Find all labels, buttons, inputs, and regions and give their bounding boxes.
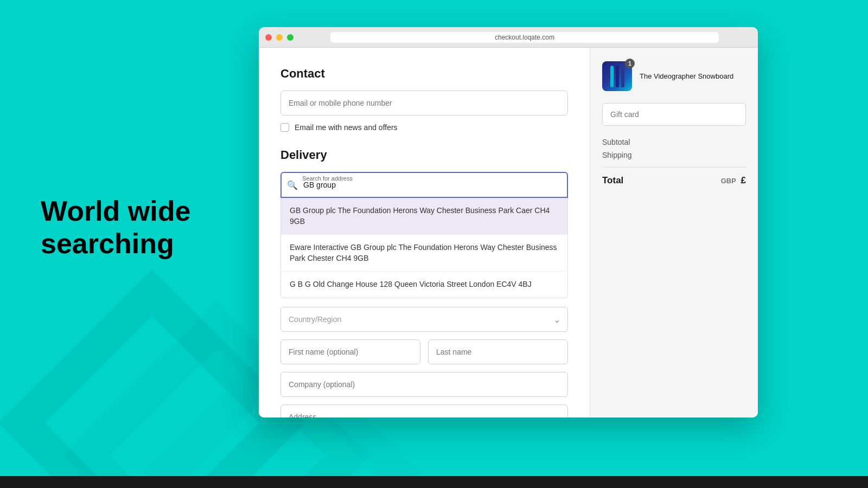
delivery-title: Delivery [280,148,568,162]
email-phone-input[interactable] [280,91,568,115]
shipping-label: Shipping [602,151,632,159]
delivery-section: Delivery 🔍 Search for address GB Group p… [280,148,568,418]
browser-minimize-dot[interactable] [276,34,283,41]
product-quantity-badge: 1 [625,59,635,68]
browser-maximize-dot[interactable] [287,34,293,41]
last-name-input[interactable] [428,339,568,364]
newsletter-label: Email me with news and offers [295,123,398,132]
bottom-bar [0,476,868,488]
dropdown-result-3[interactable]: G B G Old Change House 128 Queen Victori… [281,272,567,298]
address-dropdown: GB Group plc The Foundation Herons Way C… [280,198,568,298]
total-label: Total [602,175,623,186]
address-input[interactable] [280,404,568,418]
hero-line1: World wide [41,195,190,227]
address-search-input[interactable] [280,172,568,198]
total-currency: GBP [721,177,736,185]
dropdown-result-1[interactable]: GB Group plc The Foundation Herons Way C… [281,198,567,235]
checkout-sidebar: 1 The Videographer Snowboard Subtotal Sh… [590,48,758,418]
checkout-main: Contact Email me with news and offers De… [259,48,590,418]
subtotal-row: Subtotal [602,138,746,146]
browser-toolbar: checkout.loqate.com [259,27,758,48]
browser-close-dot[interactable] [265,34,272,41]
newsletter-checkbox[interactable] [280,123,289,132]
name-fields-row [280,339,568,364]
subtotal-label: Subtotal [602,138,630,146]
product-row: 1 The Videographer Snowboard [602,61,746,91]
snowboard-line-3 [621,66,624,87]
browser-content: Contact Email me with news and offers De… [259,48,758,418]
browser-window: checkout.loqate.com Contact Email me wit… [259,27,758,418]
first-name-input[interactable] [280,339,420,364]
browser-url-bar[interactable]: checkout.loqate.com [330,32,719,43]
shipping-row: Shipping [602,151,746,159]
newsletter-row: Email me with news and offers [280,123,568,132]
contact-section: Contact Email me with news and offers [280,67,568,132]
product-name: The Videographer Snowboard [640,72,746,80]
total-symbol: £ [741,175,746,185]
hero-text: World wide searching [41,195,190,260]
company-input[interactable] [280,372,568,397]
product-image-wrap: 1 [602,61,632,91]
search-icon: 🔍 [287,180,298,190]
address-search-wrapper: 🔍 Search for address [280,172,568,198]
total-value: GBP £ [721,175,746,186]
country-select[interactable]: Country/Region [280,307,568,332]
country-select-wrapper: Country/Region ⌄ [280,307,568,332]
snowboard-line-1 [610,66,614,87]
total-row: Total GBP £ [602,175,746,186]
contact-title: Contact [280,67,568,81]
gift-card-input[interactable] [602,103,746,126]
snowboard-graphic [610,66,624,87]
snowboard-line-2 [616,66,619,87]
summary-divider [602,167,746,168]
dropdown-result-2[interactable]: Eware Interactive GB Group plc The Found… [281,235,567,272]
hero-line2: searching [41,228,174,259]
